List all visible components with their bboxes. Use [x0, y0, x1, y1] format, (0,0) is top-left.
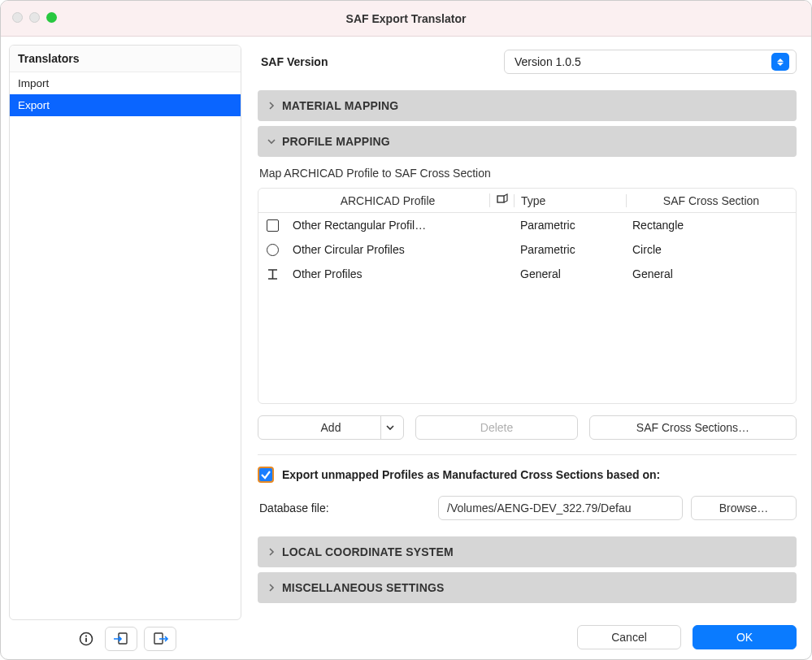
- doc-import-icon: [112, 632, 130, 646]
- database-file-row: Database file: Browse…: [258, 496, 797, 520]
- cell-profile: Other Rectangular Profil…: [286, 219, 489, 232]
- section-title: MISCELLANEOUS SETTINGS: [282, 581, 445, 594]
- saf-cross-sections-button[interactable]: SAF Cross Sections…: [589, 415, 797, 440]
- col-header-shape-icon: [489, 193, 514, 207]
- sidebar-item-import[interactable]: Import: [10, 72, 241, 94]
- cancel-button[interactable]: Cancel: [577, 625, 681, 649]
- titlebar: SAF Export Translator: [1, 1, 811, 37]
- profile-mapping-table: ARCHICAD Profile Type SAF Cross Section: [258, 188, 797, 404]
- col-header-type[interactable]: Type: [514, 194, 626, 207]
- sidebar-item-label: Export: [18, 99, 50, 111]
- updown-icon: [771, 53, 789, 71]
- sidebar-item-export[interactable]: Export: [10, 94, 241, 116]
- sidebar-wrap: Translators Import Export: [1, 37, 250, 659]
- chevron-right-icon: [266, 584, 277, 592]
- saf-version-label: SAF Version: [261, 55, 328, 68]
- table-row[interactable]: Other Rectangular Profil… Parametric Rec…: [258, 213, 796, 237]
- svg-rect-2: [85, 638, 87, 642]
- section-local-coordinate-system[interactable]: LOCAL COORDINATE SYSTEM: [258, 536, 797, 567]
- dialog-footer: Cancel OK: [258, 614, 797, 649]
- import-translator-button[interactable]: [105, 627, 137, 651]
- cell-profile: Other Circular Profiles: [286, 243, 489, 256]
- saf-version-select-box: Version 1.0.5: [504, 50, 797, 74]
- browse-button-label: Browse…: [719, 502, 769, 515]
- export-unmapped-row: Export unmapped Profiles as Manufactured…: [258, 467, 797, 483]
- translators-sidebar: Translators Import Export: [9, 45, 241, 620]
- minimize-icon[interactable]: [29, 12, 40, 23]
- saf-version-row: SAF Version Version 1.0.5: [258, 50, 797, 74]
- info-button[interactable]: [74, 627, 98, 651]
- saf-version-value: Version 1.0.5: [515, 55, 771, 68]
- cancel-button-label: Cancel: [611, 631, 647, 644]
- sidebar-header: Translators: [10, 46, 241, 72]
- export-translator-button[interactable]: [144, 627, 176, 651]
- section-miscellaneous-settings[interactable]: MISCELLANEOUS SETTINGS: [258, 572, 797, 603]
- svg-point-1: [85, 635, 87, 636]
- table-row[interactable]: Other Profiles General General: [258, 262, 796, 286]
- delete-button[interactable]: Delete: [415, 415, 578, 440]
- col-header-profile[interactable]: ARCHICAD Profile: [286, 194, 489, 207]
- zoom-icon[interactable]: [46, 12, 57, 23]
- section-material-mapping[interactable]: MATERIAL MAPPING: [258, 90, 797, 121]
- rect-shape-icon: [267, 219, 279, 232]
- chevron-down-icon: [266, 137, 277, 145]
- doc-export-icon: [151, 632, 169, 646]
- chevron-down-icon: [380, 416, 398, 439]
- add-button-label: Add: [321, 421, 341, 434]
- profile-shape-icon: [497, 193, 510, 205]
- window-controls: [12, 12, 57, 23]
- svg-rect-5: [497, 196, 504, 202]
- window-title: SAF Export Translator: [1, 12, 811, 25]
- cell-type: Parametric: [514, 219, 626, 232]
- cell-type: Parametric: [514, 243, 626, 256]
- export-unmapped-checkbox[interactable]: [258, 467, 274, 483]
- cell-profile: Other Profiles: [286, 267, 489, 280]
- saf-export-translator-window: SAF Export Translator Translators Import…: [0, 0, 812, 660]
- section-title: PROFILE MAPPING: [282, 135, 390, 148]
- section-title: MATERIAL MAPPING: [282, 99, 398, 112]
- table-header: ARCHICAD Profile Type SAF Cross Section: [258, 189, 796, 213]
- browse-button[interactable]: Browse…: [691, 496, 797, 520]
- profile-mapping-subtitle: Map ARCHICAD Profile to SAF Cross Sectio…: [259, 167, 795, 180]
- delete-button-label: Delete: [480, 421, 513, 434]
- ibeam-shape-icon: [258, 268, 286, 280]
- window-body: Translators Import Export: [1, 37, 811, 659]
- chevron-right-icon: [266, 102, 277, 110]
- database-file-path[interactable]: [438, 496, 683, 520]
- main-panel: SAF Version Version 1.0.5 MATE: [250, 37, 811, 659]
- sidebar-item-label: Import: [18, 77, 49, 89]
- ok-button[interactable]: OK: [693, 625, 797, 649]
- chevron-right-icon: [266, 548, 277, 556]
- database-file-label: Database file:: [259, 502, 430, 515]
- table-body: Other Rectangular Profil… Parametric Rec…: [258, 213, 796, 403]
- check-icon: [260, 469, 271, 480]
- main-scroll: MATERIAL MAPPING PROFILE MAPPING Map ARC…: [258, 87, 797, 614]
- saf-version-select[interactable]: Version 1.0.5: [504, 50, 797, 74]
- profile-mapping-actions: Add Delete SAF Cross Sections…: [258, 415, 797, 440]
- cell-type: General: [514, 267, 626, 280]
- close-icon[interactable]: [12, 12, 23, 23]
- section-title: LOCAL COORDINATE SYSTEM: [282, 545, 454, 558]
- export-unmapped-label: Export unmapped Profiles as Manufactured…: [282, 468, 660, 481]
- saf-cs-button-label: SAF Cross Sections…: [636, 421, 749, 434]
- add-button[interactable]: Add: [258, 415, 404, 440]
- col-header-saf[interactable]: SAF Cross Section: [626, 194, 796, 207]
- table-row[interactable]: Other Circular Profiles Parametric Circl…: [258, 237, 796, 262]
- section-profile-mapping[interactable]: PROFILE MAPPING: [258, 126, 797, 157]
- ok-button-label: OK: [736, 631, 753, 644]
- sidebar-footer: [9, 627, 241, 651]
- cell-saf: Rectangle: [626, 219, 791, 232]
- divider: [258, 454, 797, 455]
- cell-saf: Circle: [626, 243, 791, 256]
- info-icon: [79, 632, 93, 646]
- cell-saf: General: [626, 267, 791, 280]
- sidebar-list: Import Export: [10, 72, 241, 619]
- circle-shape-icon: [267, 244, 279, 256]
